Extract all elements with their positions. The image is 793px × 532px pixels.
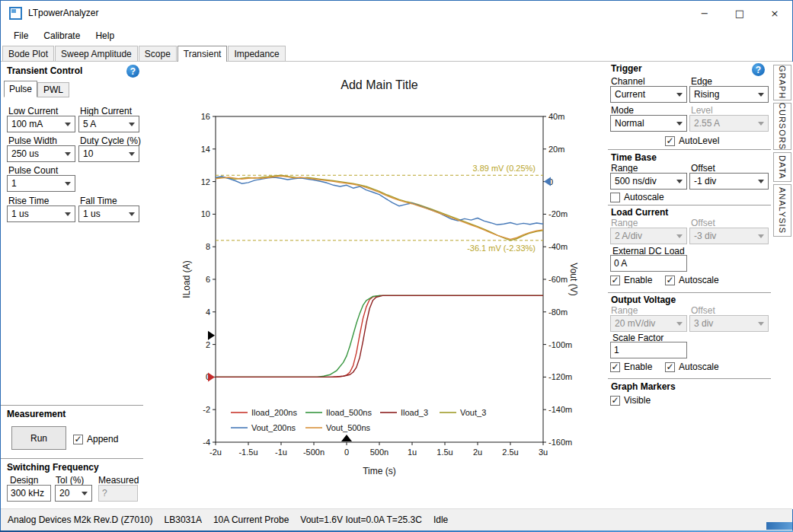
subtab-pwl[interactable]: PWL <box>37 82 69 97</box>
svg-text:14: 14 <box>201 145 210 154</box>
output-voltage-autoscale-checkbox[interactable] <box>665 362 675 372</box>
side-tab-cursors[interactable]: CURSORS <box>773 103 791 150</box>
side-tab-analysis[interactable]: ANALYSIS <box>773 184 791 237</box>
minimize-button-icon[interactable]: − <box>687 1 722 26</box>
tab-transient[interactable]: Transient <box>177 46 228 62</box>
svg-text:16: 16 <box>201 112 210 121</box>
time-base-offset-label: Offset <box>691 163 715 174</box>
fall-time-combo[interactable]: 1 us <box>78 205 139 222</box>
legend-label: Vout_500ns <box>326 423 371 432</box>
series-Vout_3 <box>216 175 543 241</box>
trigger-level-combo: 2.55 A <box>689 115 769 132</box>
menu-file[interactable]: File <box>6 27 36 44</box>
chevron-down-icon <box>65 123 71 126</box>
separator <box>1 458 143 459</box>
svg-text:-140m: -140m <box>548 405 572 414</box>
annotation-label: 3.89 mV (0.25%) <box>472 164 536 173</box>
time-base-autoscale-checkbox[interactable] <box>610 193 620 202</box>
high-current-value: 5 A <box>83 119 96 129</box>
graph-markers-visible-label: Visible <box>624 395 651 406</box>
load-current-autoscale-checkbox[interactable] <box>665 276 675 285</box>
trigger-help-icon[interactable]: ? <box>752 63 765 76</box>
subtab-pulse[interactable]: Pulse <box>4 81 37 97</box>
chevron-down-icon <box>758 93 764 97</box>
svg-text:1.5u: 1.5u <box>436 448 452 457</box>
trigger-channel-value: Current <box>615 89 645 100</box>
rise-time-combo[interactable]: 1 us <box>7 205 75 222</box>
measured-frequency-field <box>98 485 138 502</box>
transient-chart[interactable]: Add Main TitleILoad (A)Vout (V)Time (s)-… <box>144 62 608 509</box>
separator <box>608 149 771 150</box>
series-Iload_500ns <box>216 295 543 377</box>
transient-control-help-icon[interactable]: ? <box>126 65 139 78</box>
pulse-width-label: Pulse Width <box>8 135 57 146</box>
maximize-button-icon[interactable]: □ <box>722 1 757 26</box>
svg-text:-160m: -160m <box>548 438 572 447</box>
output-voltage-offset-label: Offset <box>691 305 715 316</box>
trigger-edge-combo[interactable]: Rising <box>689 86 769 103</box>
trigger-channel-combo[interactable]: Current <box>610 86 687 103</box>
append-checkbox[interactable] <box>73 435 83 444</box>
time-base-autoscale-label: Autoscale <box>624 192 664 202</box>
status-device: Analog Devices M2k Rev.D (Z7010) <box>8 514 153 525</box>
side-tab-data[interactable]: DATA <box>773 152 791 182</box>
chevron-down-icon <box>82 492 88 495</box>
svg-text:6: 6 <box>206 275 210 284</box>
svg-text:12: 12 <box>201 177 210 186</box>
duty-cycle-label: Duty Cycle (%) <box>80 135 141 146</box>
load-current-enable-checkbox[interactable] <box>610 276 620 285</box>
duty-cycle-combo[interactable]: 10 <box>78 145 139 162</box>
tol-combo[interactable]: 20 <box>55 485 92 502</box>
trigger-mode-combo[interactable]: Normal <box>610 115 687 132</box>
high-current-label: High Current <box>80 106 132 116</box>
graph-markers-visible-checkbox[interactable] <box>610 396 620 406</box>
tab-sweep-amplitude[interactable]: Sweep Amplitude <box>55 46 138 61</box>
menu-help[interactable]: Help <box>88 27 122 44</box>
y-left-axis-label: ILoad (A) <box>181 260 192 298</box>
tab-scope[interactable]: Scope <box>139 46 177 61</box>
menubar: File Calibrate Help <box>1 26 792 46</box>
fall-time-value: 1 us <box>83 209 101 219</box>
chevron-down-icon <box>129 212 135 216</box>
trigger-mode-value: Normal <box>615 118 644 129</box>
close-button-icon[interactable]: × <box>757 1 792 26</box>
chevron-down-icon <box>758 180 764 183</box>
scale-factor-input[interactable] <box>610 342 687 358</box>
app-window: LTpowerAnalyzer − □ × File Calibrate Hel… <box>0 0 793 530</box>
chevron-down-icon <box>65 152 71 156</box>
svg-text:-500n: -500n <box>303 448 325 457</box>
chart-title: Add Main Title <box>341 78 417 91</box>
svg-text:40m: 40m <box>548 112 564 121</box>
separator <box>1 405 143 406</box>
tab-bode-plot[interactable]: Bode Plot <box>2 46 54 61</box>
run-button[interactable]: Run <box>11 426 66 450</box>
menu-calibrate[interactable]: Calibrate <box>36 27 88 44</box>
tab-impedance[interactable]: Impedance <box>228 46 285 61</box>
pulse-count-combo[interactable]: 1 <box>7 175 75 192</box>
fall-time-label: Fall Time <box>80 196 117 206</box>
side-tab-graph[interactable]: GRAPH <box>773 65 791 100</box>
trigger-edge-label: Edge <box>691 76 712 87</box>
autolevel-checkbox[interactable] <box>665 136 675 146</box>
svg-text:-100m: -100m <box>548 340 572 349</box>
pulse-width-combo[interactable]: 250 us <box>7 145 75 162</box>
low-current-combo[interactable]: 100 mA <box>7 116 75 132</box>
pulse-count-label: Pulse Count <box>8 165 58 176</box>
trigger-title: Trigger <box>611 63 642 74</box>
svg-text:-40m: -40m <box>548 242 568 251</box>
trigger-level-marker <box>208 331 215 340</box>
design-frequency-input[interactable] <box>7 485 51 502</box>
chevron-down-icon <box>676 180 683 183</box>
time-base-offset-combo[interactable]: -1 div <box>689 173 769 190</box>
time-base-range-combo[interactable]: 500 ns/div <box>610 173 687 190</box>
chevron-down-icon <box>129 123 135 126</box>
pulse-width-value: 250 us <box>11 148 39 159</box>
external-dc-load-input[interactable] <box>610 255 687 272</box>
time-base-range-label: Range <box>611 163 638 174</box>
svg-text:500n: 500n <box>370 448 389 457</box>
desktop-corner <box>766 522 792 530</box>
rise-time-value: 1 us <box>11 209 29 219</box>
output-voltage-enable-checkbox[interactable] <box>610 362 620 372</box>
high-current-combo[interactable]: 5 A <box>78 116 139 132</box>
autolevel-label: AutoLevel <box>679 135 719 146</box>
